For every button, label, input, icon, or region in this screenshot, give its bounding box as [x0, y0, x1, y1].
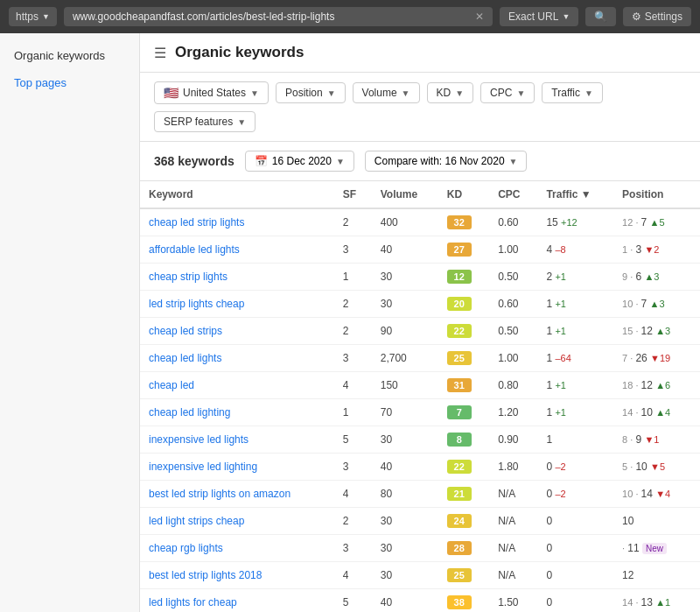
keyword-link[interactable]: led lights for cheap	[149, 596, 237, 608]
traffic-change: –2	[555, 461, 565, 472]
keyword-link[interactable]: cheap led strip lights	[149, 216, 244, 229]
keyword-link[interactable]: inexpensive led lighting	[149, 461, 257, 473]
search-btn[interactable]: 🔍	[585, 7, 616, 26]
cpc-cell: 0.90	[489, 426, 537, 454]
kd-badge: 12	[447, 270, 472, 284]
traffic-change: –8	[555, 244, 565, 255]
volume-cell: 30	[372, 508, 438, 535]
keyword-link[interactable]: inexpensive led lights	[149, 433, 248, 446]
country-label: United States	[183, 87, 246, 99]
cpc-filter[interactable]: CPC ▼	[480, 82, 535, 103]
chevron-down-icon: ▼	[584, 88, 593, 98]
traffic-cell: 0	[537, 508, 613, 535]
kd-badge: 32	[447, 215, 472, 229]
keyword-cell: inexpensive led lights	[140, 426, 334, 454]
keyword-cell: led light strips cheap	[140, 508, 334, 535]
keyword-link[interactable]: cheap strip lights	[149, 271, 228, 283]
sidebar-item-organic-keywords[interactable]: Organic keywords	[0, 42, 139, 69]
keyword-link[interactable]: affordable led lights	[149, 243, 240, 256]
position-change: ▼2	[644, 244, 659, 255]
position-label: Position	[285, 87, 323, 99]
sf-cell: 3	[334, 345, 372, 372]
sidebar-item-top-pages[interactable]: Top pages	[0, 69, 139, 96]
volume-cell: 30	[372, 535, 438, 562]
keyword-link[interactable]: best led strip lights on amazon	[149, 488, 290, 500]
cpc-cell: N/A	[489, 562, 537, 589]
table-row: led light strips cheap23024N/A010	[140, 508, 700, 535]
keyword-link[interactable]: cheap led strips	[149, 325, 222, 337]
keyword-link[interactable]: best led strip lights 2018	[149, 569, 262, 581]
volume-filter[interactable]: Volume ▼	[353, 82, 420, 103]
position-cell: 15 · 12 ▲3	[613, 318, 700, 345]
country-filter[interactable]: 🇺🇸 United States ▼	[154, 81, 269, 104]
traffic-change: +1	[555, 407, 566, 418]
settings-btn[interactable]: ⚙ Settings	[623, 7, 691, 26]
kd-badge: 38	[447, 595, 472, 609]
position-change: ▲3	[650, 299, 665, 309]
table-row: cheap led lighting17071.201 +114 · 10 ▲4	[140, 399, 700, 426]
table-row: best led strip lights 201843025N/A012	[140, 562, 700, 589]
volume-label: Volume	[362, 87, 397, 99]
serp-filter[interactable]: SERP features ▼	[154, 111, 256, 132]
stats-bar: 368 keywords 📅 16 Dec 2020 ▼ Compare wit…	[140, 142, 700, 181]
table-row: inexpensive led lighting340221.800 –25 ·…	[140, 454, 700, 481]
protocol-btn[interactable]: https ▼	[9, 7, 57, 26]
traffic-cell: 0	[537, 535, 613, 562]
traffic-cell: 0	[537, 589, 613, 613]
traffic-cell: 0 –2	[537, 454, 613, 481]
volume-cell: 150	[372, 372, 438, 399]
keyword-link[interactable]: cheap led	[149, 379, 194, 391]
sf-cell: 2	[334, 318, 372, 345]
keyword-cell: cheap led strips	[140, 318, 334, 345]
keyword-cell: cheap led lighting	[140, 399, 334, 426]
position-from: 10 ·	[622, 299, 640, 309]
kd-filter[interactable]: KD ▼	[427, 82, 474, 103]
keyword-cell: cheap led strip lights	[140, 208, 334, 236]
traffic-cell: 2 +1	[537, 264, 613, 291]
position-cell: 14 · 10 ▲4	[613, 399, 700, 426]
sf-cell: 2	[334, 291, 372, 318]
traffic-filter[interactable]: Traffic ▼	[542, 82, 603, 103]
sf-cell: 3	[334, 454, 372, 481]
traffic-change: –64	[555, 353, 570, 363]
menu-icon[interactable]: ☰	[154, 45, 166, 61]
keyword-link[interactable]: led strip lights cheap	[149, 298, 244, 310]
keyword-link[interactable]: cheap led lights	[149, 352, 221, 364]
traffic-change: +1	[555, 271, 566, 282]
kd-cell: 12	[438, 264, 489, 291]
sf-cell: 2	[334, 208, 372, 236]
keyword-cell: best led strip lights 2018	[140, 562, 334, 589]
col-kd: KD	[438, 181, 489, 208]
col-sf: SF	[334, 181, 372, 208]
kd-cell: 24	[438, 508, 489, 535]
keyword-link[interactable]: cheap rgb lights	[149, 542, 223, 554]
position-change: ▲4	[655, 407, 670, 418]
position-from: 18 ·	[622, 380, 640, 390]
close-icon[interactable]: ✕	[475, 11, 484, 23]
exact-url-btn[interactable]: Exact URL ▼	[500, 7, 578, 26]
table-header-row: Keyword SF Volume KD CPC Traffic ▼ Posit…	[140, 181, 700, 208]
chevron-down-icon: ▼	[327, 88, 336, 98]
kd-badge: 28	[447, 541, 472, 555]
position-cell: 10 · 14 ▼4	[613, 481, 700, 508]
col-traffic[interactable]: Traffic ▼	[537, 181, 613, 208]
volume-cell: 40	[372, 454, 438, 481]
kd-cell: 25	[438, 562, 489, 589]
keyword-link[interactable]: cheap led lighting	[149, 406, 230, 419]
traffic-cell: 0	[537, 562, 613, 589]
volume-cell: 40	[372, 589, 438, 613]
settings-label: ⚙ Settings	[632, 11, 682, 23]
keyword-link[interactable]: led light strips cheap	[149, 515, 244, 527]
chevron-down-icon: ▼	[402, 88, 410, 98]
table-row: cheap led strips290220.501 +115 · 12 ▲3	[140, 318, 700, 345]
position-cell: 1 · 3 ▼2	[613, 236, 700, 264]
compare-selector[interactable]: Compare with: 16 Nov 2020 ▼	[365, 151, 528, 172]
cpc-cell: 0.80	[489, 372, 537, 399]
url-bar[interactable]: www.goodcheapandfast.com/articles/best-l…	[64, 7, 493, 26]
position-cell: · 11 New	[613, 535, 700, 562]
position-filter[interactable]: Position ▼	[276, 82, 346, 103]
date-selector[interactable]: 📅 16 Dec 2020 ▼	[245, 151, 354, 172]
position-cell: 10 · 7 ▲3	[613, 291, 700, 318]
keyword-cell: affordable led lights	[140, 236, 334, 264]
filters-bar: 🇺🇸 United States ▼ Position ▼ Volume ▼ K…	[140, 73, 700, 142]
